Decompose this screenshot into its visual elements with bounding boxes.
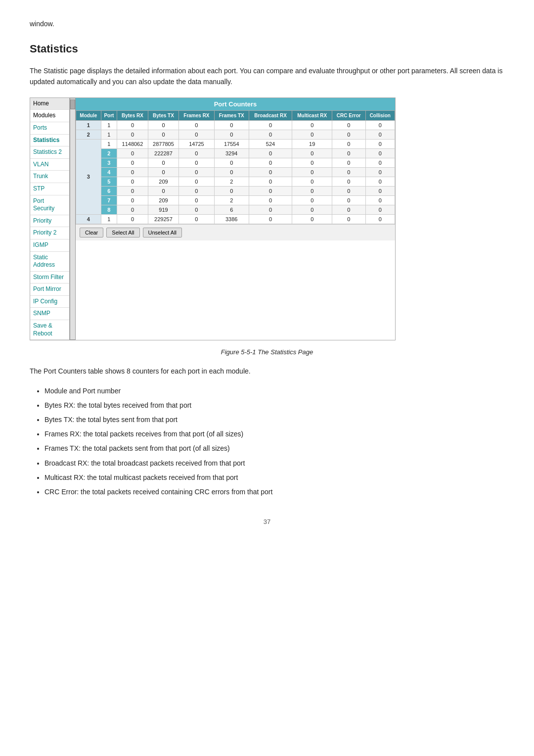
sidebar-item-port-security[interactable]: Port Security [30, 195, 69, 215]
broadcast-rx-cell: 0 [249, 214, 292, 224]
table-row: 50209020000 [76, 177, 395, 186]
frames-rx-cell: 0 [179, 195, 214, 205]
stats-table: Module Port Bytes RX Bytes TX Frames RX … [76, 110, 395, 224]
bytes-tx-cell: 0 [148, 120, 179, 130]
collision-cell: 0 [365, 148, 395, 158]
sidebar-item-storm-filter[interactable]: Storm Filter [30, 272, 69, 284]
sidebar-item-ip-config[interactable]: IP Config [30, 296, 69, 308]
sidebar-item-igmp[interactable]: IGMP [30, 239, 69, 252]
collision-cell: 0 [365, 130, 395, 139]
select-all-button[interactable]: Select All [106, 228, 139, 237]
multicast-rx-cell: 0 [292, 130, 332, 139]
sidebar-item-priority[interactable]: Priority [30, 215, 69, 228]
bytes-rx-cell: 0 [117, 148, 148, 158]
port-cell: 7 [101, 195, 117, 205]
port-counters-header: Port Counters [76, 98, 395, 110]
sidebar-item-trunk[interactable]: Trunk [30, 171, 69, 183]
multicast-rx-cell: 0 [292, 205, 332, 214]
sidebar-item-home[interactable]: Home [30, 98, 69, 110]
clear-button[interactable]: Clear [80, 228, 103, 237]
frames-rx-cell: 0 [179, 177, 214, 186]
bytes-tx-cell: 209 [148, 177, 179, 186]
multicast-rx-cell: 0 [292, 167, 332, 177]
col-frames-tx: Frames TX [214, 110, 249, 120]
list-item: Module and Port number [44, 385, 504, 397]
table-row: 311148062287780514725175545241900 [76, 139, 395, 148]
unselect-all-button[interactable]: Unselect All [143, 228, 182, 237]
sidebar-item-ports[interactable]: Ports [30, 122, 69, 135]
scroll-thumb[interactable] [70, 99, 75, 109]
main-content: Port Counters Module Port Bytes RX Bytes… [76, 98, 395, 340]
port-cell: 8 [101, 205, 117, 214]
frames-tx-cell: 2 [214, 195, 249, 205]
col-collision: Collision [365, 110, 395, 120]
table-row: 70209020000 [76, 195, 395, 205]
sidebar-item-stp[interactable]: STP [30, 183, 69, 195]
sidebar: Home Modules Ports Statistics Statistics… [30, 98, 70, 340]
frames-tx-cell: 6 [214, 205, 249, 214]
col-multicast-rx: Multicast RX [292, 110, 332, 120]
bytes-tx-cell: 0 [148, 158, 179, 167]
list-item: Broadcast RX: the total broadcast packet… [44, 457, 504, 470]
sidebar-item-vlan[interactable]: VLAN [30, 159, 69, 171]
bytes-rx-cell: 0 [117, 130, 148, 139]
table-buttons: Clear Select All Unselect All [76, 224, 395, 240]
sidebar-item-statistics2[interactable]: Statistics 2 [30, 146, 69, 159]
table-row: 300000000 [76, 158, 395, 167]
collision-cell: 0 [365, 120, 395, 130]
page-layout: Home Modules Ports Statistics Statistics… [30, 97, 396, 340]
col-broadcast-rx: Broadcast RX [249, 110, 292, 120]
collision-cell: 0 [365, 158, 395, 167]
frames-tx-cell: 0 [214, 186, 249, 195]
col-frames-rx: Frames RX [179, 110, 214, 120]
figure-caption: Figure 5-5-1 The Statistics Page [30, 348, 504, 356]
sidebar-item-save-reboot[interactable]: Save & Reboot [30, 320, 69, 340]
col-bytes-tx: Bytes TX [148, 110, 179, 120]
multicast-rx-cell: 0 [292, 158, 332, 167]
collision-cell: 0 [365, 139, 395, 148]
broadcast-rx-cell: 0 [249, 130, 292, 139]
col-crc-error: CRC Error [332, 110, 365, 120]
scrollbar[interactable] [70, 98, 76, 340]
frames-rx-cell: 0 [179, 167, 214, 177]
window-text: window. [30, 20, 504, 28]
frames-tx-cell: 0 [214, 120, 249, 130]
list-item: Frames TX: the total packets sent from t… [44, 442, 504, 455]
col-bytes-rx: Bytes RX [117, 110, 148, 120]
sidebar-item-port-mirror[interactable]: Port Mirror [30, 284, 69, 296]
sidebar-item-modules[interactable]: Modules [30, 110, 69, 122]
frames-rx-cell: 0 [179, 158, 214, 167]
frames-rx-cell: 14725 [179, 139, 214, 148]
broadcast-rx-cell: 0 [249, 205, 292, 214]
col-port: Port [101, 110, 117, 120]
multicast-rx-cell: 0 [292, 148, 332, 158]
list-item: Bytes RX: the total bytes received from … [44, 399, 504, 412]
frames-tx-cell: 3294 [214, 148, 249, 158]
crc-error-cell: 0 [332, 130, 365, 139]
broadcast-rx-cell: 0 [249, 158, 292, 167]
bytes-rx-cell: 0 [117, 167, 148, 177]
list-item: Bytes TX: the total bytes sent from that… [44, 414, 504, 426]
sidebar-item-static-address[interactable]: Static Address [30, 252, 69, 272]
sidebar-item-snmp[interactable]: SNMP [30, 308, 69, 320]
table-row: 80919060000 [76, 205, 395, 214]
broadcast-rx-cell: 0 [249, 167, 292, 177]
col-module: Module [76, 110, 101, 120]
frames-rx-cell: 0 [179, 130, 214, 139]
bytes-rx-cell: 0 [117, 186, 148, 195]
module-cell: 2 [76, 130, 101, 139]
table-row: 600000000 [76, 186, 395, 195]
crc-error-cell: 0 [332, 214, 365, 224]
bytes-rx-cell: 1148062 [117, 139, 148, 148]
sidebar-item-statistics[interactable]: Statistics [30, 135, 69, 147]
sidebar-item-priority2[interactable]: Priority 2 [30, 227, 69, 239]
table-row: 400000000 [76, 167, 395, 177]
page-number: 37 [30, 518, 504, 525]
broadcast-rx-cell: 524 [249, 139, 292, 148]
broadcast-rx-cell: 0 [249, 186, 292, 195]
bytes-rx-cell: 0 [117, 195, 148, 205]
module-cell: 3 [76, 139, 101, 214]
bytes-tx-cell: 0 [148, 167, 179, 177]
collision-cell: 0 [365, 205, 395, 214]
bytes-tx-cell: 0 [148, 130, 179, 139]
